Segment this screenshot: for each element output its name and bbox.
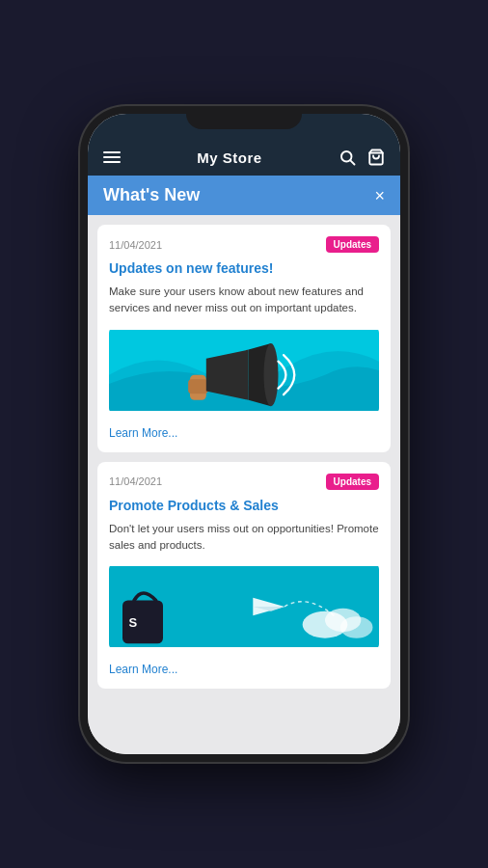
nav-title: My Store — [197, 149, 261, 166]
card-image-shopify: S — [109, 563, 379, 650]
phone-screen: My Store What's New × — [88, 114, 400, 754]
card-meta-1: 11/04/2021 Updates — [109, 236, 379, 253]
card-desc-1: Make sure your users know about new feat… — [109, 284, 379, 317]
learn-more-link-2[interactable]: Learn More... — [109, 663, 177, 676]
svg-point-12 — [340, 616, 373, 637]
svg-text:S: S — [129, 615, 138, 630]
card-image-megaphone — [109, 327, 379, 414]
content-area: 11/04/2021 Updates Updates on new featur… — [88, 215, 400, 754]
phone-shell: My Store What's New × — [80, 106, 408, 762]
nav-bar: My Store — [88, 141, 400, 176]
card-title-2: Promote Products & Sales — [109, 498, 379, 513]
card-title-1: Updates on new features! — [109, 260, 379, 276]
card-date-1: 11/04/2021 — [109, 239, 162, 251]
card-promote-products: 11/04/2021 Updates Promote Products & Sa… — [97, 462, 391, 690]
close-button[interactable]: × — [374, 187, 385, 204]
card-updates-features: 11/04/2021 Updates Updates on new featur… — [97, 225, 391, 452]
card-date-2: 11/04/2021 — [109, 475, 162, 487]
badge-updates-2: Updates — [326, 474, 379, 490]
card-meta-2: 11/04/2021 Updates — [109, 474, 379, 490]
learn-more-link-1[interactable]: Learn More... — [109, 426, 177, 440]
card-desc-2: Don't let your users miss out on opportu… — [109, 521, 379, 555]
svg-point-8 — [264, 343, 279, 406]
cart-icon[interactable] — [367, 149, 385, 166]
svg-line-1 — [350, 160, 354, 164]
whats-new-title: What's New — [103, 185, 200, 205]
nav-icons — [339, 149, 385, 166]
hamburger-icon[interactable] — [103, 151, 121, 163]
phone-notch — [186, 106, 302, 129]
svg-rect-5 — [188, 379, 208, 393]
whats-new-header: What's New × — [88, 176, 400, 215]
badge-updates-1: Updates — [326, 236, 379, 253]
search-icon[interactable] — [339, 149, 356, 166]
